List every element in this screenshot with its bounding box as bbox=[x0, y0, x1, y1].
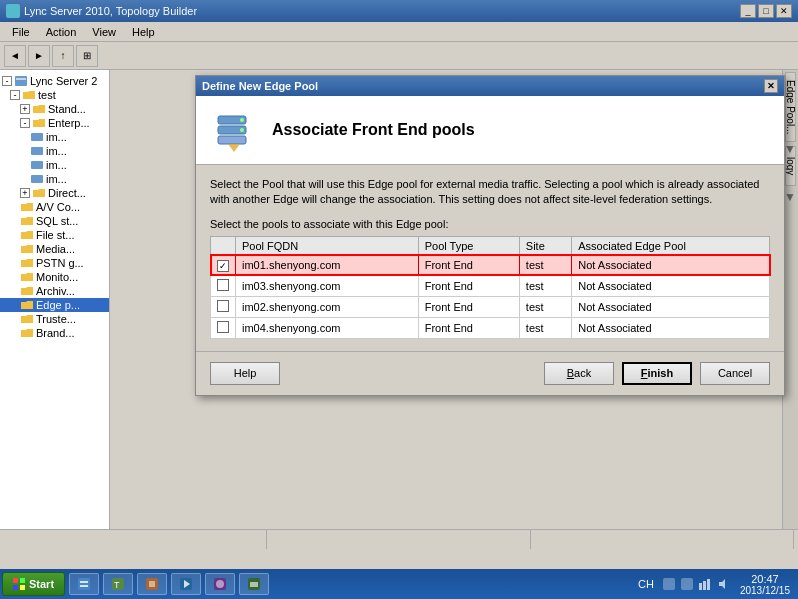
toolbar-btn-4[interactable]: ⊞ bbox=[76, 45, 98, 67]
expand-icon[interactable]: - bbox=[10, 90, 20, 100]
toolbar-btn-3[interactable]: ↑ bbox=[52, 45, 74, 67]
table-row[interactable]: im02.shenyong.com Front End test Not Ass… bbox=[211, 296, 770, 317]
row-checkbox-cell[interactable] bbox=[211, 317, 236, 338]
help-button[interactable]: Help bbox=[210, 362, 280, 385]
forward-toolbar-button[interactable]: ► bbox=[28, 45, 50, 67]
menu-file[interactable]: File bbox=[4, 24, 38, 40]
svg-rect-0 bbox=[15, 76, 27, 86]
svg-point-10 bbox=[240, 128, 244, 132]
svg-rect-1 bbox=[16, 78, 26, 80]
folder-icon bbox=[20, 271, 34, 283]
tree-item-monitor[interactable]: Monito... bbox=[0, 270, 109, 284]
menu-view[interactable]: View bbox=[84, 24, 124, 40]
tree-label: im... bbox=[46, 131, 67, 143]
table-row[interactable]: ✓ im01.shenyong.com Front End test Not A… bbox=[211, 255, 770, 275]
row-checkbox-cell[interactable]: ✓ bbox=[211, 255, 236, 275]
checkbox[interactable]: ✓ bbox=[217, 260, 229, 272]
svg-rect-30 bbox=[681, 578, 693, 590]
dialog-close-button[interactable]: ✕ bbox=[764, 79, 778, 93]
expand-icon[interactable]: - bbox=[2, 76, 12, 86]
expand-icon[interactable]: + bbox=[20, 188, 30, 198]
cancel-button[interactable]: Cancel bbox=[700, 362, 770, 385]
taskbar-app-6[interactable] bbox=[239, 573, 269, 595]
tree-label: PSTN g... bbox=[36, 257, 84, 269]
tree-item-sql[interactable]: SQL st... bbox=[0, 214, 109, 228]
tree-item-lyncserver[interactable]: - Lync Server 2 bbox=[0, 74, 109, 88]
row-site: test bbox=[519, 317, 571, 338]
start-button[interactable]: Start bbox=[2, 572, 65, 596]
tree-item-im2[interactable]: im... bbox=[0, 144, 109, 158]
tree-item-test[interactable]: - test bbox=[0, 88, 109, 102]
app-title: Lync Server 2010, Topology Builder bbox=[24, 5, 197, 17]
row-type: Front End bbox=[418, 275, 519, 296]
tree-item-archiv[interactable]: Archiv... bbox=[0, 284, 109, 298]
tree-item-truste[interactable]: Truste... bbox=[0, 312, 109, 326]
tree-item-im3[interactable]: im... bbox=[0, 158, 109, 172]
tray-icon-1 bbox=[662, 577, 676, 591]
checkbox[interactable] bbox=[217, 279, 229, 291]
col-header-type: Pool Type bbox=[418, 236, 519, 255]
table-row[interactable]: im03.shenyong.com Front End test Not Ass… bbox=[211, 275, 770, 296]
tree-label: Brand... bbox=[36, 327, 75, 339]
taskbar-app-icon-6 bbox=[246, 576, 262, 592]
finish-button[interactable]: Finish bbox=[622, 362, 692, 385]
row-checkbox-cell[interactable] bbox=[211, 275, 236, 296]
taskbar-app-4[interactable] bbox=[171, 573, 201, 595]
row-type: Front End bbox=[418, 317, 519, 338]
wizard-icon-container bbox=[210, 106, 258, 154]
taskbar-app-3[interactable] bbox=[137, 573, 167, 595]
tree-item-pstn[interactable]: PSTN g... bbox=[0, 256, 109, 270]
row-fqdn: im01.shenyong.com bbox=[236, 255, 419, 275]
tree-label: im... bbox=[46, 145, 67, 157]
tree-item-stand[interactable]: + Stand... bbox=[0, 102, 109, 116]
back-button[interactable]: Back bbox=[544, 362, 614, 385]
windows-icon bbox=[13, 578, 25, 590]
row-checkbox-cell[interactable] bbox=[211, 296, 236, 317]
svg-point-26 bbox=[216, 580, 224, 588]
tray-icon-sound bbox=[716, 577, 730, 591]
folder-icon bbox=[32, 103, 46, 115]
tree-item-file[interactable]: File st... bbox=[0, 228, 109, 242]
svg-rect-5 bbox=[31, 175, 43, 183]
taskbar-app-2[interactable]: T bbox=[103, 573, 133, 595]
svg-rect-3 bbox=[31, 147, 43, 155]
menu-help[interactable]: Help bbox=[124, 24, 163, 40]
svg-rect-28 bbox=[250, 582, 258, 587]
tree-item-av[interactable]: A/V Co... bbox=[0, 200, 109, 214]
maximize-button[interactable]: □ bbox=[758, 4, 774, 18]
table-row[interactable]: im04.shenyong.com Front End test Not Ass… bbox=[211, 317, 770, 338]
tree-item-direct[interactable]: + Direct... bbox=[0, 186, 109, 200]
tree-label: Direct... bbox=[48, 187, 86, 199]
expand-icon[interactable]: + bbox=[20, 104, 30, 114]
taskbar-app-icon-4 bbox=[178, 576, 194, 592]
tree-item-im1[interactable]: im... bbox=[0, 130, 109, 144]
minimize-button[interactable]: _ bbox=[740, 4, 756, 18]
tree-item-edge[interactable]: Edge p... bbox=[0, 298, 109, 312]
server-icon bbox=[30, 145, 44, 157]
row-fqdn: im02.shenyong.com bbox=[236, 296, 419, 317]
folder-icon bbox=[20, 215, 34, 227]
taskbar-app-1[interactable] bbox=[69, 573, 99, 595]
close-button[interactable]: ✕ bbox=[776, 4, 792, 18]
tree-item-media[interactable]: Media... bbox=[0, 242, 109, 256]
tree-label: Monito... bbox=[36, 271, 78, 283]
menu-action[interactable]: Action bbox=[38, 24, 85, 40]
side-panel-edge[interactable]: Edge Pool... bbox=[785, 72, 796, 142]
expand-icon[interactable]: - bbox=[20, 118, 30, 128]
checkbox[interactable] bbox=[217, 321, 229, 333]
svg-rect-33 bbox=[707, 579, 710, 590]
row-type: Front End bbox=[418, 255, 519, 275]
taskbar-app-5[interactable] bbox=[205, 573, 235, 595]
side-arrow-down[interactable]: ▼ bbox=[784, 142, 796, 156]
dialog-description: Select the Pool that will use this Edge … bbox=[210, 177, 770, 208]
row-fqdn: im03.shenyong.com bbox=[236, 275, 419, 296]
side-arrow-down2[interactable]: ▼ bbox=[784, 190, 796, 204]
back-toolbar-button[interactable]: ◄ bbox=[4, 45, 26, 67]
tree-item-brand[interactable]: Brand... bbox=[0, 326, 109, 340]
tree-item-im4[interactable]: im... bbox=[0, 172, 109, 186]
folder-icon bbox=[20, 257, 34, 269]
checkbox[interactable] bbox=[217, 300, 229, 312]
server-icon bbox=[30, 173, 44, 185]
tree-label: Media... bbox=[36, 243, 75, 255]
tree-item-enterp[interactable]: - Enterp... bbox=[0, 116, 109, 130]
